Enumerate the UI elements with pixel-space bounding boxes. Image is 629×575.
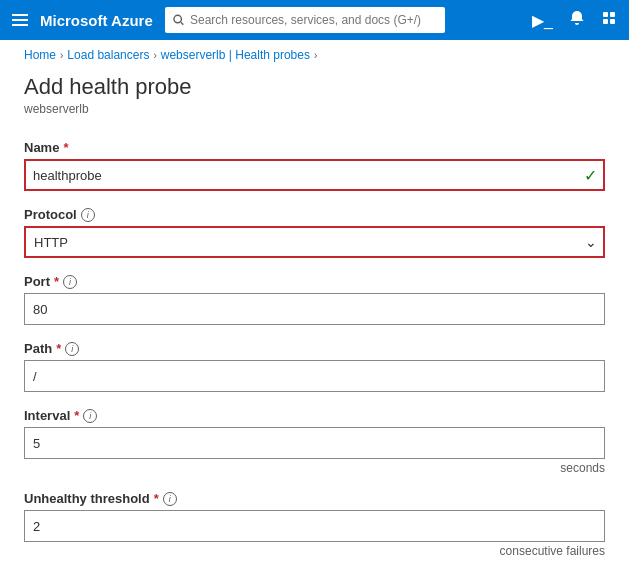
svg-rect-2 [603, 12, 608, 17]
interval-field-group: Interval * i seconds [24, 408, 605, 475]
svg-rect-5 [603, 19, 608, 24]
global-search-box[interactable] [165, 7, 445, 33]
name-required: * [63, 140, 68, 155]
breadcrumb-sep-2: › [153, 50, 156, 61]
svg-rect-3 [610, 12, 615, 17]
port-label: Port * i [24, 274, 605, 289]
protocol-info-icon[interactable]: i [81, 208, 95, 222]
notifications-icon[interactable] [569, 10, 585, 30]
interval-required: * [74, 408, 79, 423]
name-field-group: Name * ✓ [24, 140, 605, 191]
port-input[interactable] [24, 293, 605, 325]
interval-input[interactable] [24, 427, 605, 459]
path-field-group: Path * i [24, 341, 605, 392]
protocol-label: Protocol i [24, 207, 605, 222]
terminal-icon[interactable]: ▶_ [532, 11, 553, 30]
search-icon [173, 14, 184, 26]
svg-point-0 [174, 15, 181, 22]
svg-rect-4 [610, 19, 615, 24]
svg-line-1 [181, 22, 183, 24]
breadcrumb-home[interactable]: Home [24, 48, 56, 62]
protocol-field-group: Protocol i HTTP HTTPS TCP ⌄ [24, 207, 605, 258]
azure-logo: Microsoft Azure [40, 12, 153, 29]
name-input-wrapper: ✓ [24, 159, 605, 191]
name-input[interactable] [24, 159, 605, 191]
threshold-suffix: consecutive failures [24, 544, 605, 558]
top-navigation: Microsoft Azure ▶_ [0, 0, 629, 40]
protocol-select[interactable]: HTTP HTTPS TCP [24, 226, 605, 258]
name-label: Name * [24, 140, 605, 155]
interval-info-icon[interactable]: i [83, 409, 97, 423]
breadcrumb-sep-1: › [60, 50, 63, 61]
path-label: Path * i [24, 341, 605, 356]
interval-suffix: seconds [24, 461, 605, 475]
breadcrumb-health-probes[interactable]: webserverlb | Health probes [161, 48, 310, 62]
breadcrumb-sep-3: › [314, 50, 317, 61]
page-title: Add health probe [24, 74, 605, 100]
page-content: Add health probe webserverlb Name * ✓ Pr… [0, 66, 629, 575]
breadcrumb: Home › Load balancers › webserverlb | He… [0, 40, 629, 66]
path-info-icon[interactable]: i [65, 342, 79, 356]
threshold-label: Unhealthy threshold * i [24, 491, 605, 506]
hamburger-menu[interactable] [12, 14, 28, 26]
threshold-info-icon[interactable]: i [163, 492, 177, 506]
breadcrumb-load-balancers[interactable]: Load balancers [67, 48, 149, 62]
path-required: * [56, 341, 61, 356]
threshold-required: * [154, 491, 159, 506]
name-valid-icon: ✓ [584, 166, 597, 185]
nav-icons: ▶_ [532, 10, 617, 30]
port-info-icon[interactable]: i [63, 275, 77, 289]
interval-label: Interval * i [24, 408, 605, 423]
page-subtitle: webserverlb [24, 102, 605, 116]
threshold-field-group: Unhealthy threshold * i consecutive fail… [24, 491, 605, 558]
threshold-input[interactable] [24, 510, 605, 542]
protocol-select-wrapper: HTTP HTTPS TCP ⌄ [24, 226, 605, 258]
share-icon[interactable] [601, 10, 617, 30]
port-field-group: Port * i [24, 274, 605, 325]
search-input[interactable] [190, 13, 437, 27]
port-required: * [54, 274, 59, 289]
path-input[interactable] [24, 360, 605, 392]
